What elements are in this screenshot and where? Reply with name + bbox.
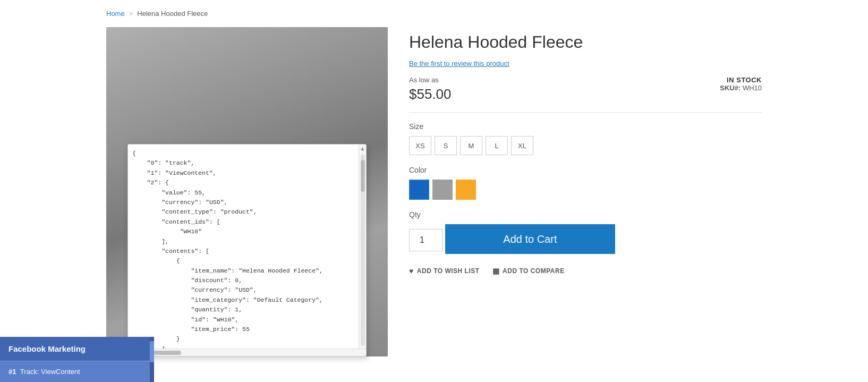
product-details: Helena Hooded Fleece Be the first to rev… <box>409 27 762 356</box>
color-options <box>409 180 762 200</box>
product-title: Helena Hooded Fleece <box>409 32 762 52</box>
fb-marketing-item[interactable]: #1 Track: ViewContent <box>0 361 154 382</box>
scroll-thumb[interactable] <box>361 160 365 192</box>
divider <box>409 112 762 113</box>
breadcrumb: Home > Helena Hooded Fleece <box>0 0 868 27</box>
stock-status: IN STOCK <box>720 76 762 84</box>
color-swatch-gray[interactable] <box>432 180 453 200</box>
sku-label: SKU#: <box>720 84 741 92</box>
heart-icon: ♥ <box>409 267 414 275</box>
fb-panel-scroll-thumb[interactable] <box>150 341 154 362</box>
size-m[interactable]: M <box>460 136 482 155</box>
size-xs[interactable]: XS <box>409 136 431 155</box>
compare-label: ADD TO COMPARE <box>503 267 565 275</box>
scroll-up-arrow[interactable]: ▲ <box>359 145 367 152</box>
add-to-wish-list-button[interactable]: ♥ ADD TO WISH LIST <box>409 267 480 275</box>
color-swatch-blue[interactable] <box>409 180 429 200</box>
size-label: Size <box>409 122 762 131</box>
main-content: { "0": "track", "1": "ViewContent", "2":… <box>0 27 868 356</box>
page-container: Home > Helena Hooded Fleece { "0": "trac… <box>0 0 868 382</box>
stock-info: IN STOCK SKU#: WH10 <box>720 76 762 92</box>
qty-label: Qty <box>409 210 762 219</box>
fb-panel-scrollbar[interactable] <box>150 337 154 382</box>
product-actions: ♥ ADD TO WISH LIST ▩ ADD TO COMPARE <box>409 267 762 275</box>
fb-item-label: Track: ViewContent <box>20 368 80 376</box>
price-amount: $55.00 <box>409 86 452 103</box>
json-popup: { "0": "track", "1": "ViewContent", "2":… <box>127 144 367 356</box>
color-label: Color <box>409 166 762 174</box>
price-row: As low as $55.00 IN STOCK SKU#: WH10 <box>409 76 762 103</box>
color-swatch-yellow[interactable] <box>456 180 476 200</box>
bar-chart-icon: ▩ <box>492 267 500 275</box>
scroll-track <box>361 155 365 346</box>
breadcrumb-home-link[interactable]: Home <box>106 10 125 18</box>
popup-horizontal-scrollbar[interactable] <box>128 349 366 356</box>
review-link[interactable]: Be the first to review this product <box>409 60 762 67</box>
size-options: XS S M L XL <box>409 136 762 155</box>
fb-item-number: #1 <box>8 368 16 376</box>
add-to-compare-button[interactable]: ▩ ADD TO COMPARE <box>492 267 565 275</box>
sku-info: SKU#: WH10 <box>720 84 762 92</box>
price-section: As low as $55.00 <box>409 76 452 103</box>
qty-input[interactable] <box>409 229 443 251</box>
breadcrumb-current: Helena Hooded Fleece <box>137 10 208 18</box>
breadcrumb-separator: > <box>129 10 133 18</box>
size-l[interactable]: L <box>486 136 508 155</box>
size-s[interactable]: S <box>435 136 457 155</box>
wish-list-label: ADD TO WISH LIST <box>417 267 480 275</box>
json-content-display[interactable]: { "0": "track", "1": "ViewContent", "2":… <box>128 145 366 349</box>
fb-marketing-header[interactable]: Facebook Marketing <box>0 337 154 361</box>
sku-value: WH10 <box>743 84 762 92</box>
product-image-area: { "0": "track", "1": "ViewContent", "2":… <box>106 27 388 356</box>
add-to-cart-button[interactable]: Add to Cart <box>445 224 615 254</box>
price-label: As low as <box>409 76 452 84</box>
popup-vertical-scrollbar[interactable]: ▲ ▼ <box>359 145 366 356</box>
size-xl[interactable]: XL <box>511 136 533 155</box>
facebook-marketing-panel: Facebook Marketing #1 Track: ViewContent <box>0 337 154 382</box>
